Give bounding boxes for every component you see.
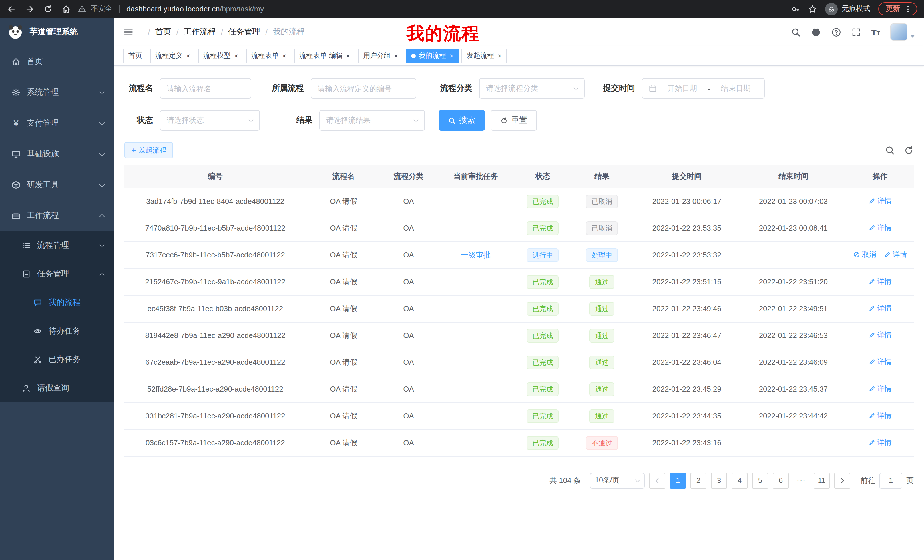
table-search-icon[interactable] [885, 145, 895, 155]
search-icon[interactable] [790, 27, 800, 37]
breadcrumb-item[interactable]: /任务管理 [216, 27, 260, 37]
app-logo[interactable]: 芋道管理系统 [0, 18, 114, 46]
cancel-action[interactable]: 取消 [854, 250, 876, 260]
sidebar-item-done-tasks[interactable]: 已办任务 [0, 345, 114, 374]
detail-action[interactable]: 详情 [868, 438, 891, 448]
sidebar-item-devtools[interactable]: 研发工具 [0, 169, 114, 201]
user-icon [22, 383, 31, 393]
page-number-button[interactable]: ··· [793, 472, 809, 488]
sidebar-toggle-icon[interactable] [123, 27, 134, 37]
detail-action[interactable]: 详情 [868, 304, 891, 313]
bookmark-star-icon[interactable] [808, 4, 817, 13]
page-number-button[interactable]: 6 [772, 472, 789, 488]
process-name-input[interactable] [160, 78, 251, 99]
avatar[interactable] [890, 23, 908, 40]
sidebar-item-workflow[interactable]: 工作流程 [0, 201, 114, 231]
gear-icon [11, 88, 21, 97]
page-number-button[interactable]: 1 [670, 472, 686, 488]
sidebar-item-my-process[interactable]: 我的流程 [0, 288, 114, 317]
page-number-button[interactable]: 2 [690, 472, 706, 488]
back-icon[interactable] [7, 4, 16, 13]
yen-icon: ¥ [11, 119, 21, 128]
page-number-button[interactable]: 3 [711, 472, 727, 488]
view-tab[interactable]: 流程表单 × [246, 48, 291, 63]
sidebar-item-home[interactable]: 首页 [0, 46, 114, 77]
detail-action[interactable]: 详情 [868, 277, 891, 287]
screen: 不安全 dashboard.yudao.iocoder.cn/bpm/task/… [0, 0, 924, 560]
sidebar-item-process-management[interactable]: 流程管理 [0, 231, 114, 260]
close-icon[interactable]: × [282, 52, 286, 59]
detail-action[interactable]: 详情 [868, 196, 891, 206]
detail-action[interactable]: 详情 [868, 331, 891, 340]
github-icon[interactable] [811, 27, 821, 37]
breadcrumb-item[interactable]: /工作流程 [171, 27, 216, 37]
close-icon[interactable]: × [394, 52, 398, 59]
goto-page-input[interactable] [879, 472, 902, 488]
cell-end-time: 2022-01-22 23:46:53 [740, 322, 847, 349]
forward-icon[interactable] [25, 4, 34, 13]
detail-action[interactable]: 详情 [868, 411, 891, 421]
browser-update-button[interactable]: 更新 [878, 2, 917, 15]
table-row: 331bc281-7b9a-11ec-a290-acde48001122 OA … [124, 403, 914, 429]
view-tab[interactable]: 流程模型 × [198, 48, 243, 63]
view-tab[interactable]: 流程表单-编辑 × [294, 48, 355, 63]
security-label[interactable]: 不安全 [91, 4, 112, 14]
address-bar[interactable]: 不安全 dashboard.yudao.iocoder.cn/bpm/task/… [78, 4, 791, 14]
sidebar-item-payment[interactable]: ¥ 支付管理 [0, 108, 114, 139]
browser-chrome: 不安全 dashboard.yudao.iocoder.cn/bpm/task/… [0, 0, 924, 18]
page-number-button[interactable]: 4 [732, 472, 747, 488]
help-icon[interactable] [831, 27, 841, 37]
page-size-select[interactable]: 10条/页 [590, 472, 645, 488]
result-select[interactable]: 请选择流结果 [319, 110, 425, 131]
table-row: 67c2eaab-7b9a-11ec-a290-acde48001122 OA … [124, 349, 914, 376]
category-select[interactable]: 请选择流程分类 [479, 78, 585, 99]
view-tab[interactable]: 用户分组 × [358, 48, 403, 63]
table-refresh-icon[interactable] [904, 145, 914, 155]
cell-process-name: OA 请假 [306, 215, 381, 241]
view-tab[interactable]: 发起流程 × [461, 48, 507, 63]
close-icon[interactable]: × [186, 52, 190, 59]
user-menu[interactable] [890, 23, 915, 40]
page-number-button[interactable]: 5 [752, 472, 768, 488]
sidebar-item-system[interactable]: 系统管理 [0, 77, 114, 108]
view-tab[interactable]: 流程定义 × [150, 48, 195, 63]
close-icon[interactable]: × [346, 52, 350, 59]
page-number-button[interactable]: 11 [814, 472, 830, 488]
breadcrumb-item[interactable]: /我的流程 [260, 27, 304, 37]
detail-action[interactable]: 详情 [868, 357, 891, 367]
detail-action[interactable]: 详情 [884, 250, 907, 260]
prev-page-button[interactable] [650, 472, 665, 488]
fullscreen-icon[interactable] [851, 27, 861, 37]
browser-home-icon[interactable] [62, 4, 71, 13]
cell-actions: 详情 [847, 188, 914, 215]
cell-current-task [436, 376, 515, 403]
breadcrumb-item[interactable]: /首页 [143, 27, 171, 37]
sidebar-item-infrastructure[interactable]: 基础设施 [0, 139, 114, 169]
detail-action[interactable]: 详情 [868, 384, 891, 394]
column-header: 当前审批任务 [436, 165, 515, 188]
close-icon[interactable]: × [449, 52, 453, 59]
font-size-icon[interactable]: TT [871, 28, 880, 36]
sidebar-item-todo-tasks[interactable]: 待办任务 [0, 317, 114, 345]
sidebar-item-leave-query[interactable]: 请假查询 [0, 374, 114, 403]
create-process-button[interactable]: + 发起流程 [124, 142, 173, 158]
detail-action[interactable]: 详情 [868, 223, 891, 233]
current-task-link[interactable]: 一级审批 [461, 250, 490, 259]
edit-icon [868, 305, 876, 312]
search-button[interactable]: 搜索 [439, 110, 485, 131]
cell-category: OA [381, 349, 436, 376]
view-tab[interactable]: 我的流程 × [406, 48, 459, 63]
next-page-button[interactable] [834, 472, 850, 488]
date-range-picker[interactable]: 开始日期 - 结束日期 [642, 78, 765, 99]
cell-end-time [740, 241, 847, 268]
close-icon[interactable]: × [234, 52, 238, 59]
status-select[interactable]: 请选择状态 [160, 110, 260, 131]
reset-button[interactable]: 重置 [490, 110, 537, 131]
close-icon[interactable]: × [497, 52, 501, 59]
kebab-menu-icon[interactable] [904, 5, 912, 13]
sidebar-item-task-management[interactable]: 任务管理 [0, 260, 114, 288]
reload-icon[interactable] [44, 4, 52, 13]
view-tab[interactable]: 首页 [123, 48, 147, 63]
process-def-input[interactable] [310, 78, 416, 99]
key-icon[interactable] [791, 4, 800, 13]
